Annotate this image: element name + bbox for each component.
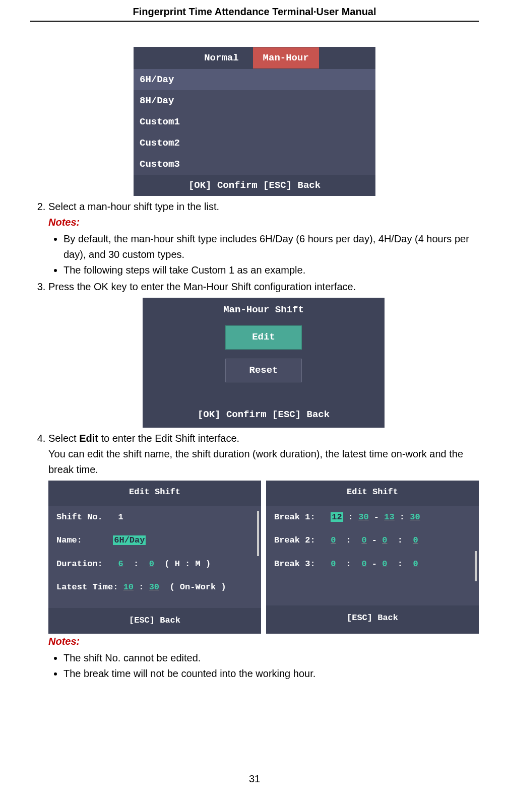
ui-man-hour-shift-menu: Man-Hour Shift Edit Reset [OK] Confirm […: [143, 298, 385, 428]
tab-man-hour[interactable]: Man-Hour: [253, 47, 319, 69]
footer-hint: [OK] Confirm [ESC] Back: [143, 402, 385, 427]
shift-no-value: 1: [118, 512, 123, 522]
footer-hint: [OK] Confirm [ESC] Back: [134, 175, 375, 196]
break2-sm[interactable]: 0: [361, 535, 366, 545]
note-bullet: The break time will not be counted into …: [63, 666, 479, 682]
break3-label: Break 3:: [274, 559, 315, 569]
break1-eh[interactable]: 13: [384, 512, 394, 522]
list-item[interactable]: 6H/Day: [134, 69, 375, 90]
list-item[interactable]: Custom3: [134, 154, 375, 175]
step2-text: Select a man-hour shift type in the list…: [48, 201, 219, 212]
break2-eh[interactable]: 0: [382, 535, 387, 545]
duration-label: Duration:: [56, 559, 103, 569]
list-item[interactable]: 8H/Day: [134, 90, 375, 111]
note-bullet: By default, the man-hour shift type incl…: [63, 231, 479, 262]
ui-shift-type-list: Normal Man-Hour 6H/Day 8H/Day Custom1 Cu…: [134, 47, 375, 196]
latest-hours[interactable]: 10: [123, 582, 134, 592]
doc-header: Fingerprint Time Attendance Terminal·Use…: [30, 0, 479, 22]
break1-sm[interactable]: 30: [358, 512, 368, 522]
duration-suffix: ( H : M ): [164, 559, 211, 569]
shift-list: 6H/Day 8H/Day Custom1 Custom2 Custom3: [134, 69, 375, 175]
break1-label: Break 1:: [274, 512, 315, 522]
step4-post: to enter the Edit Shift interface.: [98, 433, 239, 444]
note-bullet: The following steps will take Custom 1 a…: [63, 262, 479, 278]
break3-sh[interactable]: 0: [331, 559, 336, 569]
panel-title: Edit Shift: [48, 481, 261, 506]
step3-text: Press the OK key to enter the Man-Hour S…: [48, 281, 356, 292]
scrollbar-indicator: [257, 511, 259, 556]
break1-sh[interactable]: 12: [331, 512, 343, 522]
step4-line2: You can edit the shift name, the shift d…: [48, 446, 479, 478]
ui-edit-shift-1: Edit Shift Shift No. 1 Name: 6H/Day Dura…: [48, 481, 261, 634]
steps-list: Select a man-hour shift type in the list…: [30, 199, 479, 682]
break3-eh[interactable]: 0: [382, 559, 387, 569]
break2-sh[interactable]: 0: [331, 535, 336, 545]
duration-hours[interactable]: 6: [118, 559, 123, 569]
footer-hint: [ESC] Back: [48, 608, 261, 633]
notes-label: Notes:: [48, 634, 479, 649]
scrollbar-indicator: [475, 551, 477, 581]
edit-button[interactable]: Edit: [225, 325, 302, 349]
break1-em[interactable]: 30: [410, 512, 420, 522]
reset-button[interactable]: Reset: [225, 359, 302, 382]
footer-hint: [ESC] Back: [266, 605, 479, 631]
name-field[interactable]: 6H/Day: [113, 535, 146, 545]
step4-bold: Edit: [79, 433, 98, 444]
list-item[interactable]: Custom2: [134, 132, 375, 154]
note-bullet: The shift No. cannot be edited.: [63, 650, 479, 666]
ui-edit-shift-2: Edit Shift Break 1: 12 : 30 - 13 : 30 Br…: [266, 481, 479, 634]
latest-minutes[interactable]: 30: [149, 582, 159, 592]
latest-suffix: ( On-Work ): [169, 582, 226, 592]
name-label: Name:: [56, 535, 82, 545]
list-item[interactable]: Custom1: [134, 111, 375, 132]
duration-minutes[interactable]: 0: [149, 559, 154, 569]
step4-pre: Select: [48, 433, 79, 444]
panel-title: Man-Hour Shift: [143, 298, 385, 325]
break3-em[interactable]: 0: [413, 559, 418, 569]
break2-label: Break 2:: [274, 535, 315, 545]
shift-no-label: Shift No.: [56, 512, 103, 522]
tab-normal[interactable]: Normal: [190, 47, 252, 69]
break2-em[interactable]: 0: [413, 535, 418, 545]
latest-time-label: Latest Time:: [56, 582, 118, 592]
break3-sm[interactable]: 0: [361, 559, 366, 569]
page-number: 31: [30, 683, 479, 795]
notes-label: Notes:: [48, 215, 479, 230]
panel-title: Edit Shift: [266, 481, 479, 506]
